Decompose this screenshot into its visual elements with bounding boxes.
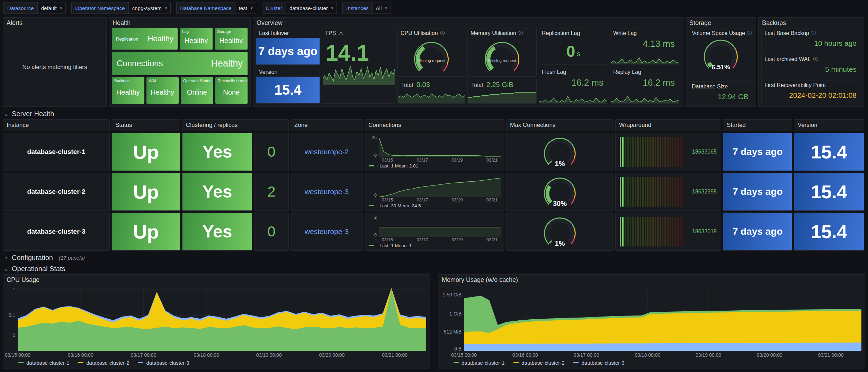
connections-sparkline [379, 136, 501, 157]
var-operator-namespace-value: cnpg-system [132, 5, 162, 11]
column-header-started: Started [723, 119, 792, 131]
zone-link[interactable]: westeurope-3 [290, 173, 363, 211]
x-tick: 03/17 [417, 237, 428, 242]
overview-grid: Last failover 7 days ago Version 15.4 TP… [253, 28, 683, 106]
max-connections-gauge-panel: 1% [506, 133, 614, 171]
legend-item[interactable]: - Last: 1 Mean: 1 [368, 242, 501, 249]
health-connections-stat: Connections Healthy [112, 52, 248, 75]
plot-area [464, 286, 861, 351]
stat-value: Healthy [147, 34, 173, 43]
replication-lag-value: 0 [566, 42, 575, 61]
last-failover-stat: Last failover 7 days ago [256, 28, 320, 65]
legend-item[interactable]: database-cluster-2 [78, 360, 129, 366]
stat-label: Reconcile errors [218, 79, 247, 83]
zone-link[interactable]: westeurope-2 [290, 133, 363, 171]
var-cluster: Cluster database-cluster ▾ [262, 2, 337, 14]
column-header-version: Version [794, 119, 864, 131]
legend-item[interactable]: database-cluster-2 [513, 360, 564, 366]
chevron-down-icon: ▾ [165, 6, 167, 10]
stat-value: Healthy [185, 37, 208, 45]
column-header-instance: Instance [3, 119, 110, 131]
max-connections-gauge: 1% [534, 216, 586, 248]
status-stat: Up [111, 173, 180, 211]
wraparound-value: 18633019 [687, 228, 717, 235]
y-tick: 512 MiB [444, 329, 462, 335]
row-operational-stats-toggle[interactable]: ⌄ Operational Stats [3, 265, 865, 273]
x-axis: 03/15 03/17 03/19 03/21 [379, 157, 501, 163]
y-tick: 0 [374, 192, 377, 198]
legend-item[interactable]: database-cluster-3 [138, 360, 189, 366]
info-icon[interactable]: ⓘ [519, 30, 523, 36]
zone-link[interactable]: westeurope-3 [290, 213, 363, 251]
var-datasource-dropdown[interactable]: default ▾ [37, 2, 66, 14]
info-icon[interactable]: ⓘ [748, 30, 752, 36]
x-tick: 03/19 [451, 157, 463, 163]
panel-title: Storage [686, 18, 756, 28]
replication-lag-stat: Replication Lag 0 s [539, 28, 608, 65]
cpu-utilisation-stat: CPU Utilisation ⓘ Missing request [397, 28, 465, 77]
legend-item[interactable]: database-cluster-1 [454, 360, 504, 366]
panel-overview: Overview Last failover 7 days ago Versio… [253, 17, 683, 107]
panel-title: Overview [253, 18, 683, 28]
version-stat: 15.4 [794, 133, 864, 171]
panel-title: Memory Usage (w/o cache) [438, 275, 865, 285]
info-icon[interactable]: ⓘ [813, 56, 818, 62]
stat-title-text: CPU Utilisation [401, 30, 438, 36]
flush-lag-value: 16.2 ms [539, 77, 608, 88]
y-tick: 0 [374, 232, 377, 237]
connections-chart: 2 0 03/15 03/17 03/19 03/21 - Last: 1 Me… [365, 213, 504, 251]
stat-title-text: Last archived WAL [764, 56, 811, 62]
write-lag-stat: Write Lag 4.13 ms [610, 28, 679, 65]
last-archived-wal-value: 5 minutes [762, 64, 861, 75]
chart-legend: database-cluster-1 database-cluster-2 da… [3, 358, 430, 367]
stat-value: Healthy [211, 58, 243, 69]
info-icon[interactable]: ⓘ [440, 30, 445, 36]
info-icon[interactable]: ⓘ [812, 30, 816, 36]
row-configuration-toggle[interactable]: › Configuration (17 panels) [3, 253, 865, 262]
panel-title: Health [109, 18, 250, 28]
var-operator-namespace: Operator Namespace cnpg-system ▾ [71, 2, 171, 14]
version-stat: 15.4 [794, 173, 864, 211]
legend-item[interactable]: - Last: 1 Mean: 2.01 [368, 163, 501, 169]
chevron-down-icon: ▾ [331, 6, 333, 10]
var-operator-namespace-label: Operator Namespace [71, 2, 128, 14]
section-title: Configuration [12, 254, 53, 262]
x-tick: 03/19 00:00 [256, 352, 282, 358]
stat-title: Replication Lag [539, 28, 608, 38]
gauge-value: 1% [534, 160, 586, 168]
max-connections-gauge: 30% [534, 176, 586, 208]
warning-icon[interactable]: ⚠ [339, 30, 343, 36]
stat-title: CPU Utilisation ⓘ [398, 28, 465, 38]
wraparound-bar-gauge: 18633065 [615, 133, 721, 171]
y-tick: 1.50 GiB [443, 292, 462, 297]
x-tick: 03/20 00:00 [757, 352, 782, 358]
y-tick: 0 [374, 153, 377, 158]
clustering-stat: Yes [182, 133, 252, 171]
chevron-down-icon: ⌄ [3, 265, 9, 272]
legend-item[interactable]: database-cluster-3 [573, 360, 624, 366]
stat-title: Last archived WAL ⓘ [762, 54, 861, 64]
var-database-namespace-dropdown[interactable]: test ▾ [235, 2, 257, 14]
legend-text: database-cluster-1 [26, 360, 69, 366]
var-operator-namespace-dropdown[interactable]: cnpg-system ▾ [128, 2, 171, 14]
instance-name: database-cluster-2 [3, 173, 110, 211]
database-size-stat: Database Size 12.94 GB [689, 81, 753, 105]
var-instances-dropdown[interactable]: All ▾ [372, 2, 391, 14]
clustering-stat: Yes [182, 213, 252, 251]
replay-lag-sparkline [611, 95, 679, 103]
var-database-namespace: Database Namespace test ▾ [176, 2, 256, 14]
x-tick: 03/16 00:00 [68, 352, 93, 358]
stat-title-text: TPS [325, 30, 336, 36]
x-tick: 03/17 00:00 [574, 352, 599, 358]
series-marker-icon [369, 205, 374, 206]
connections-chart: 25 0 03/15 03/17 03/19 03/21 - Last: 1 M… [365, 133, 504, 171]
legend-item[interactable]: - Last: 30 Mean: 24.5 [368, 202, 501, 209]
legend-item[interactable]: database-cluster-1 [18, 360, 69, 366]
x-axis: 03/15 00:00 03/16 00:00 03/17 00:00 03/1… [18, 352, 426, 358]
last-base-backup-value: 10 hours ago [762, 38, 861, 49]
var-cluster-dropdown[interactable]: database-cluster ▾ [286, 2, 337, 14]
flush-lag-sparkline [539, 95, 607, 103]
stat-value: Online [187, 88, 207, 96]
row-server-health-toggle[interactable]: ⌄ Server Health [3, 110, 865, 118]
x-tick: 03/15 [382, 157, 393, 163]
